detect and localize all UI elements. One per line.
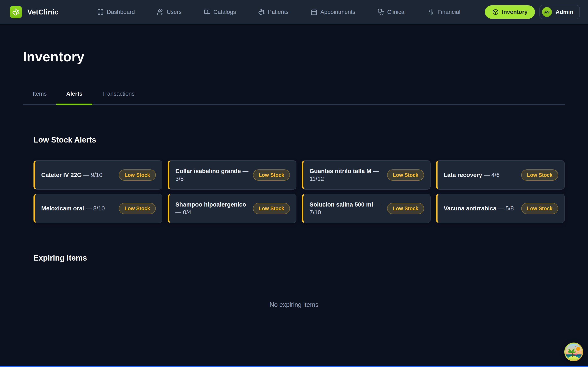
low-stock-badge: Low Stock bbox=[253, 203, 290, 214]
users-icon bbox=[157, 9, 164, 15]
low-stock-badge: Low Stock bbox=[521, 203, 558, 214]
item-name: Solucion salina 500 ml bbox=[310, 201, 373, 208]
paw-icon bbox=[258, 9, 265, 15]
book-open-icon bbox=[204, 9, 210, 15]
nav-item-label: Catalogs bbox=[214, 9, 236, 15]
main-content: Inventory Items Alerts Transactions Low … bbox=[0, 49, 588, 309]
nav-item-inventory-active[interactable]: Inventory bbox=[485, 5, 535, 19]
user-name: Admin bbox=[555, 9, 573, 15]
nav-active-label: Inventory bbox=[502, 9, 527, 15]
stethoscope-icon bbox=[378, 9, 384, 15]
item-name: Shampoo hipoalergenico bbox=[175, 201, 246, 208]
user-menu[interactable]: AV Admin bbox=[539, 5, 580, 19]
low-stock-card[interactable]: Vacuna antirrabica — 5/8 Low Stock bbox=[436, 194, 565, 223]
low-stock-card-text: Lata recovery — 4/6 bbox=[444, 171, 500, 179]
tab[interactable]: Alerts bbox=[56, 91, 92, 104]
low-stock-heading: Low Stock Alerts bbox=[34, 136, 565, 144]
window-bottom-bar bbox=[0, 366, 588, 367]
expiring-empty-message: No expiring items bbox=[23, 301, 565, 309]
tab[interactable]: Items bbox=[23, 91, 56, 104]
low-stock-badge: Low Stock bbox=[119, 203, 156, 214]
item-name: Vacuna antirrabica bbox=[444, 205, 496, 212]
low-stock-card-text: Guantes nitrilo talla M — 11/12 bbox=[310, 167, 383, 183]
low-stock-badge: Low Stock bbox=[387, 203, 424, 214]
tabs-bar: Items Alerts Transactions bbox=[23, 91, 565, 105]
calendar-icon bbox=[311, 9, 317, 15]
nav-item[interactable]: Catalogs bbox=[204, 9, 236, 15]
nav-item[interactable]: Patients bbox=[258, 9, 288, 15]
top-navbar: VetClinic Dashboard Users Catalogs Patie… bbox=[0, 0, 588, 25]
low-stock-badge: Low Stock bbox=[119, 169, 156, 181]
tab[interactable]: Transactions bbox=[92, 91, 144, 104]
tab-label: Items bbox=[33, 91, 47, 97]
nav-item-label: Financial bbox=[438, 9, 460, 15]
item-quantity: — 8/10 bbox=[86, 205, 105, 212]
island-badge-icon[interactable] bbox=[564, 342, 584, 362]
nav-item[interactable]: Dashboard bbox=[97, 9, 135, 15]
expiring-heading: Expiring Items bbox=[34, 254, 565, 262]
tab-label: Alerts bbox=[66, 91, 82, 97]
brand[interactable]: VetClinic bbox=[10, 6, 58, 18]
item-name: Guantes nitrilo talla M bbox=[310, 168, 371, 174]
item-quantity: — 5/8 bbox=[498, 205, 514, 212]
nav-item-label: Dashboard bbox=[107, 9, 135, 15]
low-stock-card[interactable]: Meloxicam oral — 8/10 Low Stock bbox=[34, 194, 162, 223]
item-name: Lata recovery bbox=[444, 172, 482, 178]
low-stock-badge: Low Stock bbox=[521, 169, 558, 181]
nav-item[interactable]: Financial bbox=[428, 9, 460, 15]
item-quantity: — 9/10 bbox=[83, 172, 103, 178]
tab-label: Transactions bbox=[102, 91, 135, 97]
item-name: Cateter IV 22G bbox=[41, 172, 82, 178]
low-stock-card[interactable]: Cateter IV 22G — 9/10 Low Stock bbox=[34, 160, 162, 190]
nav-item-label: Users bbox=[167, 9, 182, 15]
item-name: Meloxicam oral bbox=[41, 205, 84, 212]
nav-item-label: Clinical bbox=[387, 9, 406, 15]
brand-logo bbox=[10, 6, 22, 18]
low-stock-card[interactable]: Lata recovery — 4/6 Low Stock bbox=[436, 160, 565, 190]
paw-icon bbox=[12, 8, 20, 16]
nav-item-label: Patients bbox=[268, 9, 288, 15]
nav-item[interactable]: Appointments bbox=[311, 9, 355, 15]
nav-item[interactable]: Clinical bbox=[378, 9, 406, 15]
low-stock-card-text: Collar isabelino grande — 3/5 bbox=[175, 167, 249, 183]
low-stock-badge: Low Stock bbox=[253, 169, 290, 181]
item-name: Collar isabelino grande bbox=[175, 168, 241, 174]
low-stock-card-text: Vacuna antirrabica — 5/8 bbox=[444, 205, 514, 212]
low-stock-section: Low Stock Alerts Cateter IV 22G — 9/10 L… bbox=[23, 136, 565, 262]
low-stock-card[interactable]: Collar isabelino grande — 3/5 Low Stock bbox=[168, 160, 296, 190]
dashboard-icon bbox=[97, 9, 104, 15]
package-icon bbox=[492, 9, 499, 15]
dollar-icon bbox=[428, 9, 434, 15]
nav-items: Dashboard Users Catalogs Patients Appoin… bbox=[97, 9, 460, 15]
nav-item[interactable]: Users bbox=[157, 9, 182, 15]
low-stock-card-text: Solucion salina 500 ml — 7/10 bbox=[310, 201, 383, 216]
low-stock-card[interactable]: Solucion salina 500 ml — 7/10 Low Stock bbox=[302, 194, 431, 223]
low-stock-card-text: Cateter IV 22G — 9/10 bbox=[41, 171, 103, 179]
nav-item-label: Appointments bbox=[320, 9, 355, 15]
low-stock-card[interactable]: Guantes nitrilo talla M — 11/12 Low Stoc… bbox=[302, 160, 431, 190]
item-quantity: — 0/4 bbox=[175, 209, 191, 216]
page-title: Inventory bbox=[23, 49, 565, 64]
avatar: AV bbox=[542, 7, 552, 17]
low-stock-card-text: Meloxicam oral — 8/10 bbox=[41, 205, 105, 212]
low-stock-card-text: Shampoo hipoalergenico — 0/4 bbox=[175, 201, 249, 216]
low-stock-badge: Low Stock bbox=[387, 169, 424, 181]
brand-name: VetClinic bbox=[27, 8, 58, 16]
low-stock-grid: Cateter IV 22G — 9/10 Low Stock Collar i… bbox=[34, 160, 565, 223]
low-stock-card[interactable]: Shampoo hipoalergenico — 0/4 Low Stock bbox=[168, 194, 296, 223]
item-quantity: — 4/6 bbox=[484, 172, 500, 178]
